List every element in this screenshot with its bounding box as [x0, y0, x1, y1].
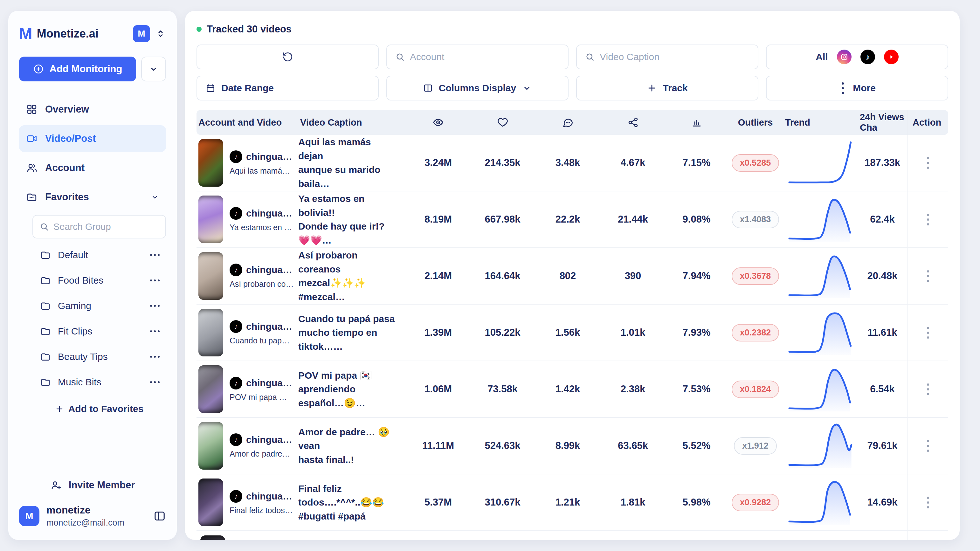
more-button[interactable]: More — [766, 76, 948, 100]
date-range-button[interactable]: Date Range — [197, 76, 379, 100]
tiktok-platform-icon: ♪ — [229, 433, 242, 446]
row-action-menu-button[interactable] — [924, 380, 932, 398]
group-item-default[interactable]: Default — [32, 242, 166, 268]
add-to-favorites-button[interactable]: Add to Favorites — [32, 400, 166, 418]
comments-value: 8.99k — [535, 440, 600, 451]
video-thumbnail[interactable] — [200, 535, 225, 540]
outlier-badge: x1.4083 — [732, 211, 780, 228]
platform-all-option[interactable]: All — [816, 51, 828, 62]
sidebar-item-account[interactable]: Account — [19, 154, 166, 181]
date-range-label: Date Range — [221, 83, 274, 94]
row-action-menu-button[interactable] — [924, 437, 932, 455]
workspace-badge[interactable]: M — [133, 25, 150, 42]
likes-heart-icon — [470, 117, 535, 128]
columns-icon — [423, 83, 433, 93]
group-options-button[interactable] — [148, 378, 162, 386]
account-search-input[interactable] — [410, 51, 560, 62]
group-item-food-bites[interactable]: Food Bites — [32, 268, 166, 293]
engagement-value: 7.15% — [665, 157, 727, 169]
row-action-menu-button[interactable] — [924, 494, 932, 511]
user-card[interactable]: M monetize monetize@mail.com — [19, 504, 166, 528]
shares-value: 1.01k — [600, 327, 665, 338]
add-monitoring-button[interactable]: Add Monitoring — [19, 57, 136, 81]
workspace-switcher-icon[interactable] — [155, 28, 166, 39]
col-caption-header: Video Caption — [298, 117, 406, 128]
row-action-menu-button[interactable] — [924, 210, 932, 229]
account-name[interactable]: chinguami… — [246, 151, 294, 162]
plus-icon — [55, 404, 64, 413]
sidebar-item-video-post[interactable]: Video/Post — [19, 125, 166, 152]
video-thumbnail[interactable] — [199, 422, 223, 470]
app-title: Monetize.ai — [37, 27, 128, 40]
group-item-beauty-tips[interactable]: Beauty Tips — [32, 344, 166, 369]
search-group-input[interactable] — [53, 221, 159, 232]
shares-value: 4.67k — [600, 157, 665, 169]
group-options-button[interactable] — [148, 251, 162, 259]
refresh-button[interactable] — [197, 45, 379, 69]
sidebar-item-overview[interactable]: Overview — [19, 96, 166, 123]
views-24h-value: 79.61k — [858, 440, 907, 451]
tracked-label: Tracked 30 videos — [207, 24, 291, 35]
row-action-menu-button[interactable] — [924, 267, 932, 285]
columns-display-button[interactable]: Columns Display — [387, 76, 568, 100]
table-header: Account and Video Video Caption Outliers… — [197, 110, 948, 135]
sidebar-item-favorites[interactable]: Favorites — [19, 184, 166, 210]
group-item-music-bits[interactable]: Music Bits — [32, 369, 166, 395]
account-name[interactable]: chinguami… — [246, 434, 294, 445]
video-thumbnail[interactable] — [199, 309, 223, 357]
trend-sparkline — [783, 310, 858, 355]
user-email: monetize@mail.com — [46, 518, 146, 528]
sidebar-collapse-icon[interactable] — [153, 510, 166, 522]
account-name[interactable]: chinguami… — [246, 321, 294, 332]
account-name[interactable]: chinguami… — [246, 491, 294, 502]
youtube-icon[interactable] — [884, 49, 899, 64]
caption-search-input[interactable] — [600, 51, 749, 62]
comments-value: 22.2k — [535, 213, 600, 225]
comments-value: 1.42k — [535, 384, 600, 395]
trend-sparkline — [783, 424, 858, 468]
track-button[interactable]: Track — [576, 76, 758, 100]
likes-value: 667.98k — [470, 213, 535, 225]
outlier-badge: x0.5285 — [732, 154, 780, 172]
instagram-icon[interactable] — [837, 49, 851, 64]
video-title-sub: Ya estamos en boli… — [229, 223, 294, 232]
group-options-button[interactable] — [148, 302, 162, 310]
group-options-button[interactable] — [148, 327, 162, 336]
engagement-value: 5.98% — [665, 497, 727, 508]
account-name[interactable]: chinguami… — [246, 378, 294, 389]
main-panel: Tracked 30 videos All ♪ — [185, 11, 960, 540]
table-body: ♪ chinguami… Aqui las mamás de… Aqui las… — [197, 135, 948, 531]
col-trend-header: Trend — [783, 117, 858, 128]
account-name[interactable]: chinguami… — [246, 264, 294, 276]
video-thumbnail[interactable] — [199, 196, 223, 243]
group-options-button[interactable] — [148, 353, 162, 361]
add-monitoring-caret-button[interactable] — [141, 57, 166, 81]
tiktok-platform-icon: ♪ — [229, 320, 242, 333]
videos-table: Account and Video Video Caption Outliers… — [197, 110, 948, 540]
search-icon — [40, 222, 49, 231]
engagement-value: 7.53% — [665, 384, 727, 395]
views-24h-value: 187.33k — [858, 157, 907, 169]
comments-icon — [535, 117, 600, 128]
video-thumbnail[interactable] — [199, 252, 223, 300]
group-options-button[interactable] — [148, 276, 162, 285]
account-cell: ♪ chinguami… Ya estamos en boli… — [197, 196, 298, 243]
group-item-gaming[interactable]: Gaming — [32, 293, 166, 318]
outlier-badge: x0.1824 — [732, 381, 780, 398]
shares-value: 2.38k — [600, 384, 665, 395]
tiktok-icon[interactable]: ♪ — [861, 49, 875, 64]
account-cell: ♪ chinguami… POV mi papa 🇰🇷 ap… — [197, 365, 298, 413]
video-thumbnail[interactable] — [199, 365, 223, 413]
row-action-menu-button[interactable] — [924, 154, 932, 172]
group-item-fit-clips[interactable]: Fit Clips — [32, 318, 166, 344]
account-name[interactable]: chinguami… — [246, 208, 294, 219]
tracked-status: Tracked 30 videos — [197, 22, 948, 36]
views-value: 1.06M — [406, 384, 470, 395]
video-thumbnail[interactable] — [199, 478, 223, 526]
invite-member-button[interactable]: Invite Member — [19, 475, 166, 495]
video-title-sub: Final feliz todos….*… — [229, 506, 294, 515]
video-caption: Amor de padre… 🥹 veanhasta final..! — [298, 425, 406, 467]
video-thumbnail[interactable] — [199, 139, 223, 186]
user-plus-icon — [50, 479, 62, 491]
row-action-menu-button[interactable] — [924, 324, 932, 342]
